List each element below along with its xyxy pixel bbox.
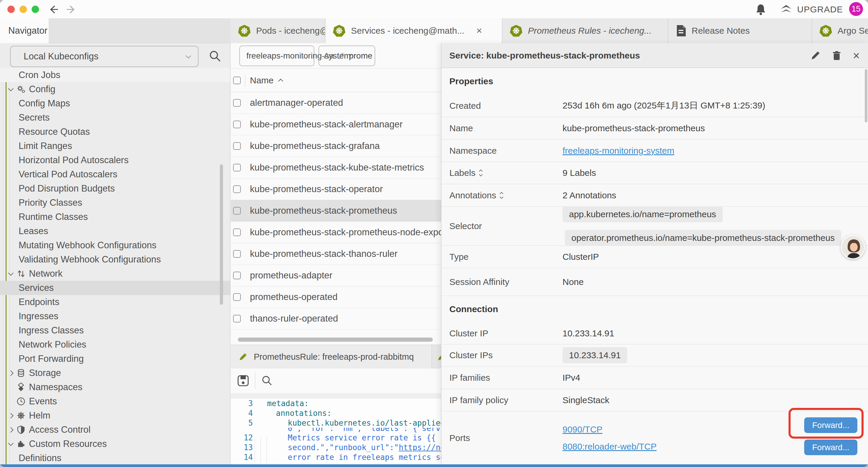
name-column-header[interactable]: Name [250, 76, 282, 85]
editor-toolbar [231, 368, 441, 393]
tab-argo[interactable]: Argo Se [812, 18, 868, 43]
user-avatar[interactable] [841, 235, 865, 259]
chevron-down-icon [8, 440, 13, 446]
sidebar-group-custom-resources[interactable]: Custom Resources [0, 437, 230, 451]
sidebar-item-horizontal-pod-autoscalers[interactable]: Horizontal Pod Autoscalers [0, 153, 230, 167]
upgrade-button[interactable]: UPGRADE [780, 4, 843, 16]
sidebar-item-ingress-classes[interactable]: Ingress Classes [0, 323, 230, 338]
sidebar-item-mutating-webhook-configurations[interactable]: Mutating Webhook Configurations [0, 238, 230, 253]
detail-scrollbar[interactable] [865, 69, 867, 122]
forward-arrow-icon[interactable] [66, 4, 78, 16]
sidebar-item-definitions[interactable]: Definitions [0, 451, 230, 465]
puzzle-icon [17, 439, 27, 448]
macos-minimize-button[interactable] [20, 6, 27, 13]
sidebar-group-helm[interactable]: Helm [0, 408, 230, 423]
row-checkbox[interactable] [233, 229, 241, 236]
tab-prometheus-rules[interactable]: Prometheus Rules - icecheng... [502, 18, 668, 43]
created-value: 253d 16h 6m ago (2025年1月13日 GMT+8 1:25:3… [562, 95, 765, 117]
sidebar-item-endpoints[interactable]: Endpoints [0, 295, 230, 309]
connection-section-title: Connection [441, 296, 868, 322]
labels-value[interactable]: 9 Labels [562, 162, 596, 184]
row-checkbox[interactable] [233, 207, 241, 214]
row-checkbox[interactable] [233, 99, 241, 107]
gear-icon [17, 85, 27, 94]
row-checkbox[interactable] [233, 293, 241, 301]
chevron-right-icon [8, 413, 13, 418]
tab-release-notes[interactable]: Release Notes [669, 18, 812, 43]
close-icon[interactable]: × [853, 50, 860, 61]
sidebar-item-validating-webhook-configurations[interactable]: Validating Webhook Configurations [0, 253, 230, 267]
sidebar-item-priority-classes[interactable]: Priority Classes [0, 196, 230, 210]
annotations-value[interactable]: 2 Annotations [562, 184, 616, 206]
properties-section-title: Properties [441, 68, 868, 95]
sidebar-item-ingresses[interactable]: Ingresses [0, 309, 230, 323]
sidebar-item-leases[interactable]: Leases [0, 224, 230, 238]
table-filter-input[interactable]: Aa .* prome [318, 46, 375, 66]
match-case-toggle[interactable]: Aa [324, 51, 334, 61]
sidebar-group-access-control[interactable]: Access Control [0, 423, 230, 437]
namespace-selector[interactable]: freeleaps-monitoring-system [239, 46, 314, 66]
type-value: ClusterIP [562, 245, 599, 268]
shield-icon [17, 425, 27, 434]
notification-count-badge[interactable]: 15 [849, 2, 863, 16]
row-checkbox[interactable] [233, 164, 241, 171]
sidebar-item-services[interactable]: Services [0, 281, 230, 295]
row-checkbox[interactable] [233, 185, 241, 193]
sidebar-item-cron-jobs[interactable]: Cron Jobs [0, 68, 230, 82]
expand-collapse-icon[interactable] [479, 170, 482, 176]
row-checkbox[interactable] [233, 250, 241, 258]
forward-button-8080[interactable]: Forward... [804, 439, 857, 455]
sidebar-search-icon[interactable] [209, 50, 222, 63]
expand-collapse-icon[interactable] [500, 193, 503, 198]
tab-services[interactable]: Services - icecheng@math... × [326, 18, 502, 43]
select-all-checkbox[interactable] [233, 77, 241, 84]
sidebar-item-events[interactable]: Events [0, 394, 230, 408]
save-icon[interactable] [237, 374, 250, 387]
sidebar-group-network[interactable]: Network [0, 267, 230, 281]
detail-title: Service: kube-prometheus-stack-prometheu… [450, 51, 640, 61]
row-checkbox[interactable] [233, 142, 241, 150]
navigator-panel-tab[interactable]: Navigator [0, 18, 49, 43]
sidebar-item-pod-disruption-budgets[interactable]: Pod Disruption Budgets [0, 181, 230, 196]
document-icon [676, 25, 686, 37]
namespace-link[interactable]: freeleaps-monitoring-system [562, 146, 674, 156]
sidebar-item-resource-quotas[interactable]: Resource Quotas [0, 125, 230, 139]
sidebar-item-network-policies[interactable]: Network Policies [0, 338, 230, 352]
row-checkbox[interactable] [233, 121, 241, 128]
chevron-down-icon [186, 53, 191, 58]
port-link-9090[interactable]: 9090/TCP [562, 425, 602, 435]
tab-close-icon[interactable]: × [476, 25, 482, 36]
port-link-8080[interactable]: 8080:reloader-web/TCP [562, 442, 657, 451]
sidebar-group-storage[interactable]: Storage [0, 366, 230, 380]
regex-toggle[interactable]: .* [339, 51, 344, 61]
cluster-ip-row: Cluster IP 10.233.14.91 [441, 322, 868, 344]
sidebar-item-limit-ranges[interactable]: Limit Ranges [0, 139, 230, 153]
labels-row: Labels 9 Labels [441, 162, 868, 184]
editor-tab-prometheusrule[interactable]: PrometheusRule: freeleaps-prod-rabbitmq [231, 345, 432, 369]
sidebar-scrollbar[interactable] [220, 164, 223, 305]
sidebar-item-secrets[interactable]: Secrets [0, 111, 230, 125]
sidebar-group-config[interactable]: Config [0, 82, 230, 96]
edit-pencil-icon[interactable] [810, 51, 820, 61]
notifications-bell-icon[interactable] [755, 4, 766, 16]
row-checkbox[interactable] [233, 315, 241, 322]
back-arrow-icon[interactable] [47, 4, 59, 16]
tab-label: Pods - icecheng@mathmas... [256, 26, 325, 36]
sidebar-item-vertical-pod-autoscalers[interactable]: Vertical Pod Autoscalers [0, 167, 230, 181]
sidebar-item-runtime-classes[interactable]: Runtime Classes [0, 210, 230, 224]
tab-label: Argo Se [838, 26, 868, 36]
yaml-code-line: error rate in freeleaps metrics ser [288, 453, 450, 462]
editor-search-icon[interactable] [261, 375, 273, 387]
macos-zoom-button[interactable] [32, 6, 39, 13]
yaml-editor[interactable]: 3metadata: 4annotations: 5kubectl.kubern… [231, 399, 441, 465]
sidebar-item-config-maps[interactable]: Config Maps [0, 96, 230, 111]
trash-icon[interactable] [832, 51, 842, 61]
tab-pods[interactable]: Pods - icecheng@mathmas... [231, 18, 325, 43]
ip-family-policy-label: IP family policy [441, 389, 562, 411]
kubeconfig-selector[interactable]: Local Kubeconfigs [10, 46, 198, 67]
sidebar-item-namespaces[interactable]: Namespaces [0, 380, 230, 394]
row-checkbox[interactable] [233, 272, 241, 279]
horizontal-scrollbar[interactable] [238, 338, 433, 342]
macos-close-button[interactable] [7, 6, 15, 13]
sidebar-item-port-forwarding[interactable]: Port Forwarding [0, 352, 230, 366]
